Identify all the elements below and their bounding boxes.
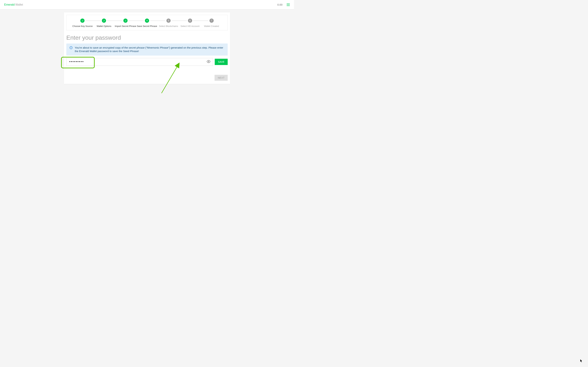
- logo-product: Wallet: [15, 3, 23, 6]
- hamburger-menu-icon[interactable]: [287, 3, 290, 6]
- step-pending-icon: 5: [166, 18, 171, 23]
- step-wallet-created: 7 Wallet Created: [201, 18, 222, 27]
- eye-icon[interactable]: [207, 60, 210, 64]
- logo-brand: Emerald: [4, 3, 15, 6]
- header-right: 0.00: [277, 3, 290, 6]
- info-icon: [69, 46, 73, 50]
- next-button[interactable]: NEXT: [215, 75, 228, 81]
- main-card: Choose Key Source Wallet Options Import …: [64, 12, 230, 84]
- actions-row: NEXT: [66, 75, 228, 81]
- step-choose-key-source: Choose Key Source: [72, 18, 93, 27]
- step-select-blockchains: 5 Select Blockchains: [158, 18, 179, 27]
- step-done-icon: [102, 18, 106, 23]
- step-active-icon: 4: [145, 18, 149, 23]
- info-banner: You're about to save an encrypted copy o…: [66, 43, 228, 56]
- step-done-icon: [80, 18, 85, 23]
- save-button[interactable]: SAVE: [215, 59, 228, 65]
- step-label: Wallet Created: [204, 25, 219, 27]
- stepper-steps: Choose Key Source Wallet Options Import …: [67, 18, 227, 27]
- password-input[interactable]: [66, 58, 213, 66]
- password-row: SAVE: [66, 58, 228, 66]
- step-select-hd-account: 6 Select HD Account: [179, 18, 201, 27]
- app-header: Emerald Wallet 0.00: [0, 0, 294, 9]
- svg-point-3: [208, 61, 209, 62]
- step-done-icon: [123, 18, 128, 23]
- step-label: Wallet Options: [97, 25, 111, 27]
- password-input-wrapper: [66, 58, 213, 66]
- step-label: Import Secret Phrase: [115, 25, 136, 27]
- step-label: Choose Key Source: [72, 25, 93, 27]
- app-logo[interactable]: Emerald Wallet: [4, 3, 23, 6]
- page-title: Enter your password: [66, 34, 228, 41]
- step-label: Select Blockchains: [159, 25, 178, 27]
- step-pending-icon: 7: [209, 18, 214, 23]
- step-label: Select HD Account: [181, 25, 199, 27]
- step-wallet-options: Wallet Options: [93, 18, 115, 27]
- step-label: Save Secret Phrase: [137, 25, 157, 27]
- step-import-secret-phrase: Import Secret Phrase: [115, 18, 136, 27]
- info-text: You're about to save an encrypted copy o…: [75, 46, 225, 53]
- stepper: Choose Key Source Wallet Options Import …: [66, 15, 228, 30]
- step-pending-icon: 6: [188, 18, 192, 23]
- balance-value: 0.00: [277, 3, 282, 6]
- content-area: Enter your password You're about to save…: [64, 28, 230, 84]
- step-save-secret-phrase: 4 Save Secret Phrase: [136, 18, 158, 27]
